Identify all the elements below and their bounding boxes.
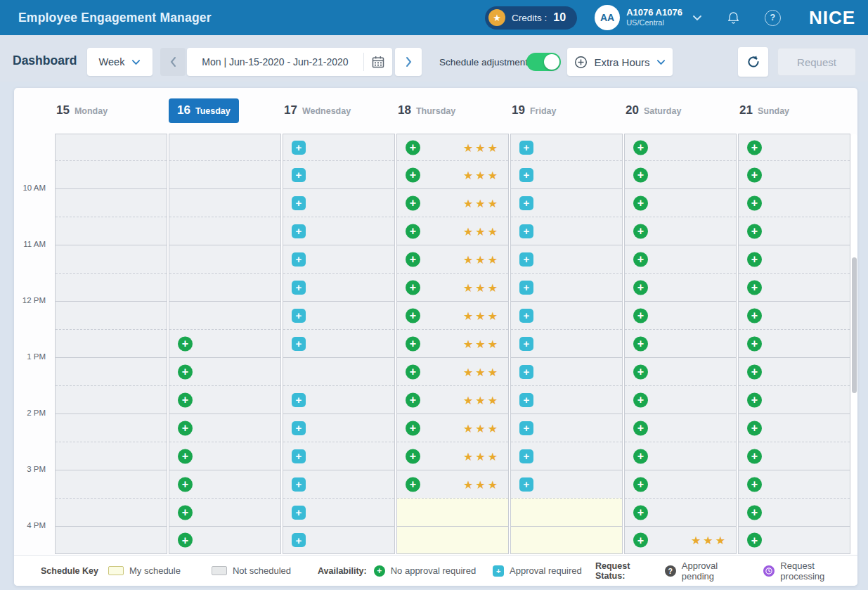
add-no-approval-icon[interactable]: + [178,505,193,520]
add-no-approval-icon[interactable]: + [406,224,420,238]
schedule-cell[interactable]: + [511,245,622,273]
schedule-cell[interactable]: +★★★ [625,526,736,554]
schedule-cell[interactable]: +★★★ [397,245,508,273]
day-header-saturday[interactable]: 20Saturday [624,88,737,134]
day-header-sunday[interactable]: 21Sunday [738,88,850,134]
add-no-approval-icon[interactable]: + [406,252,420,267]
add-approval-required-icon[interactable]: + [292,196,306,210]
add-approval-required-icon[interactable]: + [292,533,306,547]
add-no-approval-icon[interactable]: + [747,533,762,548]
add-no-approval-icon[interactable]: + [406,421,420,435]
schedule-cell[interactable]: + [511,357,622,385]
schedule-cell[interactable]: +★★★ [397,385,508,413]
schedule-cell[interactable]: + [625,160,736,188]
day-header-tuesday[interactable]: 16Tuesday [169,88,281,134]
help-icon[interactable]: ? [765,10,781,26]
add-approval-required-icon[interactable]: + [292,477,306,492]
schedule-cell[interactable]: +★★★ [397,217,508,245]
vertical-scrollbar-track[interactable] [851,134,857,554]
add-approval-required-icon[interactable]: + [519,449,533,463]
schedule-cell[interactable]: + [625,442,736,470]
schedule-cell[interactable]: + [283,188,394,217]
schedule-cell[interactable]: + [739,413,850,442]
schedule-cell[interactable]: + [739,134,850,160]
add-approval-required-icon[interactable]: + [292,449,306,463]
add-no-approval-icon[interactable]: + [406,140,420,155]
add-no-approval-icon[interactable]: + [633,140,648,155]
schedule-cell[interactable]: + [625,273,736,301]
add-no-approval-icon[interactable]: + [633,224,648,238]
add-no-approval-icon[interactable]: + [747,336,762,351]
add-no-approval-icon[interactable]: + [747,421,762,435]
schedule-cell[interactable]: +★★★ [397,442,508,470]
add-no-approval-icon[interactable]: + [406,364,420,379]
add-approval-required-icon[interactable]: + [519,141,533,155]
schedule-cell[interactable]: + [625,498,736,526]
schedule-cell[interactable]: + [283,217,394,245]
add-no-approval-icon[interactable]: + [747,140,762,155]
schedule-cell[interactable]: + [511,188,622,217]
schedule-cell[interactable]: + [739,273,850,301]
schedule-cell[interactable]: + [625,245,736,273]
add-no-approval-icon[interactable]: + [406,392,420,407]
schedule-cell[interactable]: + [511,413,622,442]
add-no-approval-icon[interactable]: + [633,280,648,295]
add-no-approval-icon[interactable]: + [633,421,648,435]
schedule-cell[interactable]: +★★★ [397,134,508,160]
schedule-cell[interactable]: +★★★ [397,301,508,329]
schedule-cell[interactable]: + [511,134,622,160]
add-approval-required-icon[interactable]: + [519,421,533,435]
schedule-cell[interactable]: + [169,385,280,413]
add-no-approval-icon[interactable]: + [747,252,762,267]
add-approval-required-icon[interactable]: + [519,252,533,267]
schedule-cell[interactable]: +★★★ [397,357,508,385]
add-approval-required-icon[interactable]: + [519,196,533,210]
schedule-cell[interactable]: + [625,301,736,329]
schedule-cell[interactable]: + [511,385,622,413]
add-approval-required-icon[interactable]: + [292,168,306,182]
schedule-cell[interactable]: + [625,329,736,357]
add-approval-required-icon[interactable]: + [292,337,306,351]
schedule-cell[interactable]: + [283,160,394,188]
add-approval-required-icon[interactable]: + [519,365,533,379]
schedule-cell[interactable]: +★★★ [397,273,508,301]
add-no-approval-icon[interactable]: + [178,449,193,463]
schedule-cell[interactable]: + [283,526,394,554]
add-no-approval-icon[interactable]: + [747,505,762,520]
add-no-approval-icon[interactable]: + [747,449,762,463]
add-no-approval-icon[interactable]: + [633,392,648,407]
schedule-cell[interactable]: + [739,301,850,329]
schedule-cell[interactable]: + [625,217,736,245]
schedule-cell[interactable]: + [283,301,394,329]
add-approval-required-icon[interactable]: + [292,252,306,267]
add-no-approval-icon[interactable]: + [178,364,193,379]
schedule-cell[interactable]: +★★★ [397,329,508,357]
schedule-cell[interactable]: + [283,498,394,526]
schedule-cell[interactable]: + [283,245,394,273]
add-no-approval-icon[interactable]: + [633,167,648,182]
add-no-approval-icon[interactable]: + [747,167,762,182]
schedule-cell[interactable]: + [283,273,394,301]
schedule-cell[interactable]: + [511,217,622,245]
add-no-approval-icon[interactable]: + [178,421,193,435]
schedule-cell[interactable]: +★★★ [397,413,508,442]
schedule-cell[interactable]: + [283,470,394,498]
add-approval-required-icon[interactable]: + [292,281,306,295]
schedule-cell[interactable]: + [625,188,736,217]
view-select-dropdown[interactable]: Week [87,48,153,76]
schedule-cell[interactable]: + [169,470,280,498]
add-no-approval-icon[interactable]: + [406,336,420,351]
add-no-approval-icon[interactable]: + [633,364,648,379]
add-no-approval-icon[interactable]: + [633,533,648,548]
add-approval-required-icon[interactable]: + [519,168,533,182]
add-no-approval-icon[interactable]: + [633,505,648,520]
schedule-cell[interactable]: + [283,442,394,470]
add-no-approval-icon[interactable]: + [747,280,762,295]
schedule-cell[interactable]: +★★★ [397,188,508,217]
add-no-approval-icon[interactable]: + [633,195,648,210]
schedule-cell[interactable]: + [739,188,850,217]
user-menu-chevron-down-icon[interactable] [692,15,702,21]
schedule-cell[interactable]: + [625,134,736,160]
add-no-approval-icon[interactable]: + [406,449,420,463]
schedule-cell[interactable]: + [169,498,280,526]
